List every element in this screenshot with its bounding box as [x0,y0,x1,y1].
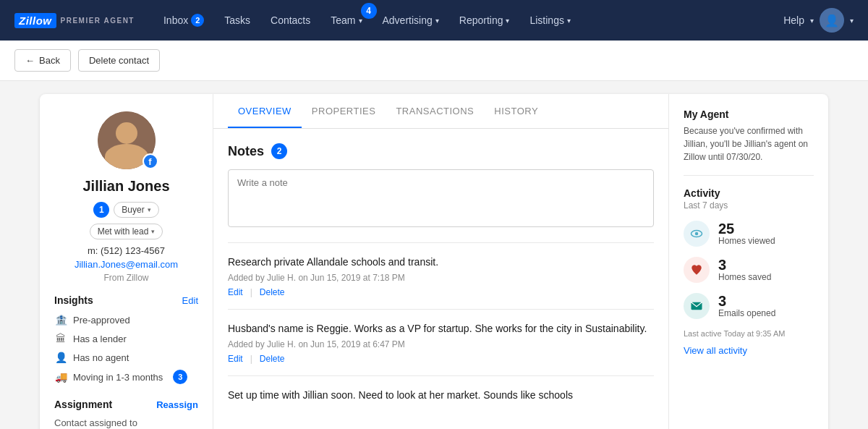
back-button[interactable]: ← Back [14,49,71,72]
nav-advertising[interactable]: Advertising ▾ [374,9,448,32]
nav-reporting[interactable]: Reporting ▾ [451,9,519,32]
activity-homes-saved: 3 Homes saved [684,257,814,283]
right-panel: My Agent Because you've confirmed with J… [669,94,828,429]
eye-icon [690,227,703,240]
user-avatar[interactable]: 👤 [820,8,844,33]
email-count: 3 [718,294,775,308]
activity-saved-info: 3 Homes saved [718,258,771,282]
step-3-badge: 3 [173,370,187,384]
eye-icon-wrap [684,221,710,247]
nav-team[interactable]: 4 Team ▾ [322,9,370,32]
notes-title: Notes [228,144,264,159]
contact-avatar-wrap: f [54,111,198,169]
nav-listings[interactable]: Listings ▾ [521,9,579,32]
stage-dropdown[interactable]: Met with lead ▾ [90,224,163,239]
nav-contacts[interactable]: Contacts [262,9,319,32]
note-2-delete[interactable]: Delete [260,354,285,364]
insight-preapproved: 🏦 Pre-approved [54,313,198,326]
toolbar: ← Back Delete contact [0,41,868,81]
role-chevron-icon: ▾ [148,206,151,213]
contact-name: Jillian Jones [54,178,198,195]
step-2-badge: 2 [271,143,287,159]
help-chevron-icon: ▾ [810,17,814,25]
lender-label: Has a lender [73,334,127,344]
note-text-2: Husband's name is Reggie. Works as a VP … [228,321,654,336]
my-agent-text: Because you've confirmed with Jillian, y… [684,124,814,163]
activity-section: Activity Last 7 days 25 Homes viewed [684,187,814,356]
tab-content: Notes 2 Research private Allandale schoo… [213,129,668,429]
tab-overview[interactable]: OVERVIEW [228,94,302,128]
lender-icon: 🏛 [54,332,67,345]
note-2-edit[interactable]: Edit [228,354,243,364]
my-agent-title: My Agent [684,109,814,120]
email-icon [690,300,703,313]
tab-history[interactable]: HISTORY [484,94,548,128]
reassign-link[interactable]: Reassign [156,399,198,410]
view-all-activity-link[interactable]: View all activity [684,345,814,356]
role-label: Buyer [122,205,144,215]
svg-point-2 [109,150,144,169]
nav-right[interactable]: Help ▾ 👤 ▾ [783,8,854,33]
team-chevron-icon: ▾ [359,17,362,25]
zillow-logo: Zillow [14,13,56,28]
tabs: OVERVIEW PROPERTIES TRANSACTIONS HISTORY [213,94,668,129]
brand[interactable]: Zillow PREMIER AGENT [14,13,135,28]
back-label: Back [39,55,60,66]
tab-transactions[interactable]: TRANSACTIONS [386,94,484,128]
main-container: f Jillian Jones 1 Buyer ▾ Met with lead … [40,94,828,429]
email-icon-wrap [684,293,710,319]
user-chevron-icon: ▾ [850,17,854,25]
saved-count: 3 [718,258,771,272]
insights-title: Insights Edit [54,294,198,306]
heart-icon-wrap [684,257,710,283]
stage-label: Met with lead [98,226,149,237]
delete-contact-button[interactable]: Delete contact [78,49,160,72]
note-text-1: Research private Allandale schools and t… [228,255,654,270]
advertising-chevron-icon: ▾ [435,17,439,25]
note-item-3: Set up time with Jillian soon. Need to l… [228,375,654,417]
tab-properties[interactable]: PROPERTIES [302,94,386,128]
note-1-edit[interactable]: Edit [228,287,243,297]
note-1-sep: | [250,287,252,297]
insights-edit-link[interactable]: Edit [182,295,198,306]
activity-emails-opened: 3 Emails opened [684,293,814,319]
contact-email[interactable]: Jillian.Jones@email.com [54,259,198,270]
assignment-text: Contact assigned to [54,417,198,428]
svg-point-4 [695,232,699,236]
contact-phone: m: (512) 123-4567 [54,245,198,256]
help-label: Help [783,14,804,26]
moving-label: Moving in 1-3 months [73,372,163,383]
inbox-badge: 2 [191,14,204,27]
contact-source: From Zillow [54,273,198,283]
left-sidebar: f Jillian Jones 1 Buyer ▾ Met with lead … [40,94,213,429]
center-panel: OVERVIEW PROPERTIES TRANSACTIONS HISTORY… [213,94,669,429]
note-meta-1: Added by Julie H. on Jun 15, 2019 at 7:1… [228,273,654,283]
preapproved-label: Pre-approved [73,315,130,326]
notes-input[interactable] [228,169,654,227]
nav-inbox[interactable]: Inbox 2 [155,8,213,33]
activity-title: Activity [684,187,814,199]
nav-tasks[interactable]: Tasks [216,9,259,32]
reporting-chevron-icon: ▾ [506,17,509,25]
note-2-sep: | [250,354,252,364]
activity-viewed-info: 25 Homes viewed [718,221,775,246]
listings-chevron-icon: ▾ [567,17,571,25]
heart-icon [690,263,703,276]
role-dropdown[interactable]: Buyer ▾ [114,202,158,218]
note-item-2: Husband's name is Reggie. Works as a VP … [228,309,654,375]
viewed-count: 25 [718,221,775,236]
preapproved-icon: 🏦 [54,313,67,326]
note-actions-2: Edit | Delete [228,354,654,364]
note-actions-1: Edit | Delete [228,287,654,297]
note-1-delete[interactable]: Delete [260,287,285,297]
my-agent-section: My Agent Because you've confirmed with J… [684,109,814,176]
back-arrow-icon: ← [25,55,35,66]
assignment-title: Assignment Reassign [54,399,198,410]
no-agent-icon: 👤 [54,351,67,364]
activity-email-info: 3 Emails opened [718,294,775,318]
nav-items: Inbox 2 Tasks Contacts 4 Team ▾ Advertis… [155,8,783,33]
moving-icon: 🚚 [54,370,67,383]
insight-moving: 🚚 Moving in 1-3 months 3 [54,370,198,384]
activity-homes-viewed: 25 Homes viewed [684,221,814,247]
note-item-1: Research private Allandale schools and t… [228,242,654,309]
